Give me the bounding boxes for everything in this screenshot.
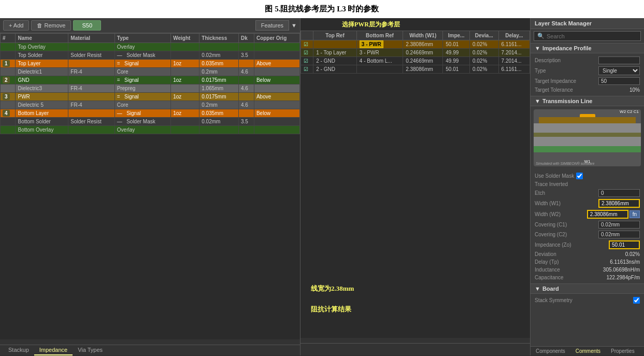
width-w1-input[interactable]: [598, 199, 640, 208]
layer-stack-manager-title: Layer Stack Manager: [531, 18, 644, 29]
target-tolerance-row: Target Tolerance 10%: [535, 86, 640, 94]
covering-c2-input[interactable]: [598, 231, 640, 238]
table-row[interactable]: Top Solder Solder Resist — Solder Mask 0…: [1, 51, 300, 60]
table-row[interactable]: Dielectric3 FR-4 Prepreg 1.065mm4.6: [1, 84, 300, 93]
type-select[interactable]: Single: [598, 66, 640, 75]
tab-via-types[interactable]: Via Types: [73, 345, 108, 355]
layer-name: Bottom Overlay: [16, 126, 68, 134]
add-button[interactable]: + Add: [3, 20, 29, 31]
layer-name: Dielectric1: [16, 68, 68, 76]
tl-layer-mid2: [534, 133, 641, 137]
impedance-zo-input[interactable]: [609, 240, 640, 249]
bottom-tabs-right: Components Comments Properties: [531, 346, 644, 355]
bottom-tabs-spacer: [300, 343, 530, 355]
table-row[interactable]: Bottom Overlay Overlay: [1, 126, 300, 134]
annotation-impedance: 阻抗计算结果: [311, 305, 351, 313]
delay-value: 6.11613ns/m: [610, 259, 640, 265]
layer-name: Top Overlay: [16, 43, 68, 51]
description-label: Description: [535, 58, 561, 63]
table-row[interactable]: Dielectric1 FR-4 Core 0.2mm4.6: [1, 68, 300, 76]
tl-section-title: Transmission Line: [542, 98, 593, 104]
annotation-pwr: 选择PWR层为参考层: [342, 21, 400, 28]
layer-name: Bottom Solder: [16, 118, 68, 126]
covering-c2-label: Covering (C2): [535, 232, 567, 237]
col-material: Material: [68, 34, 115, 43]
use-solder-mask-checkbox[interactable]: [576, 173, 583, 179]
tab-stackup[interactable]: Stackup: [3, 345, 34, 355]
stack-symmetry-row: Stack Symmetry: [535, 296, 640, 305]
target-impedance-input[interactable]: [598, 77, 640, 85]
imp-col-botref: Bottom Ref: [356, 31, 403, 40]
pwr-ref-highlight: 3 - PWR: [360, 40, 383, 48]
type-label: Type: [535, 68, 546, 74]
features-dropdown-icon[interactable]: ▼: [291, 22, 297, 29]
collapse-icon-tl: ▼: [535, 98, 540, 104]
capacitance-label: Capacitance: [535, 275, 564, 280]
col-thickness: Thickness: [199, 34, 239, 43]
table-row[interactable]: 2 GND = Signal 1oz0.0175mmBelow: [1, 76, 300, 84]
impedance-zo-label: Impedance (Zo): [535, 242, 571, 248]
layer-stack-table: # Name Material Type Weight Thickness Dk…: [0, 33, 300, 134]
tab-components[interactable]: Components: [531, 347, 570, 355]
table-row[interactable]: Dielectric 5 FR-4 Core 0.2mm4.6: [1, 101, 300, 109]
section-title: Impedance Profile: [542, 45, 592, 51]
layer-name-bottom: Bottom Layer: [16, 109, 68, 118]
description-row: Description: [535, 55, 640, 65]
tl-labels: W2 C2 C1: [620, 109, 639, 114]
impedance-row-3[interactable]: ☑ 2 - GND 4 - Bottom L... 0.24669mm 49.9…: [301, 57, 530, 65]
stack-symmetry-checkbox[interactable]: [633, 297, 640, 304]
impedance-h-scrollbar[interactable]: [300, 338, 530, 343]
impedance-profile-content: Description Type Single Target Impedance…: [531, 53, 644, 96]
layer-name: Top Solder: [16, 51, 68, 60]
tab-impedance[interactable]: Impedance: [34, 345, 73, 355]
search-box[interactable]: 🔍: [534, 31, 641, 41]
table-row[interactable]: 3 PWR = Signal 1oz0.0175mmAbove: [1, 93, 300, 101]
covering-c1-input[interactable]: [598, 221, 640, 229]
tl-layer-bot: [534, 146, 641, 152]
capacitance-value: 122.2984pF/m: [607, 275, 640, 280]
imp-col-check: [301, 31, 313, 40]
search-input[interactable]: [547, 33, 637, 39]
board-content: Stack Symmetry: [531, 294, 644, 307]
table-row[interactable]: Top Overlay Overlay: [1, 43, 300, 51]
use-solder-mask-label: Use Solder Mask: [535, 173, 574, 179]
fn-button[interactable]: fn: [629, 210, 640, 218]
imp-col-width: Width (W1): [403, 31, 443, 40]
tl-layer-mid1: [534, 123, 641, 133]
tl-layer-mid3: [534, 137, 641, 146]
layer-name: GND: [16, 76, 68, 84]
col-weight: Weight: [171, 34, 199, 43]
target-tolerance-label: Target Tolerance: [535, 87, 573, 93]
s50-button[interactable]: S50: [73, 20, 101, 31]
table-row[interactable]: 1 Top Layer = Signal 1oz0.035mmAbove: [1, 60, 300, 68]
inductance-value: 305.06698nH/m: [603, 267, 640, 273]
impedance-row-2[interactable]: ☑ 1 - Top Layer 3 - PWR 0.24669mm 49.99 …: [301, 49, 530, 57]
impedance-profile-section-header[interactable]: ▼ Impedance Profile: [531, 43, 644, 53]
tab-comments[interactable]: Comments: [570, 347, 606, 355]
features-button[interactable]: Features: [255, 20, 289, 31]
etch-label: Etch: [535, 190, 545, 196]
etch-input[interactable]: [598, 189, 640, 197]
description-input[interactable]: [598, 56, 640, 64]
layer-stack-table-container: # Name Material Type Weight Thickness Dk…: [0, 33, 300, 339]
width-w1-row: Width (W1): [535, 198, 640, 209]
remove-button[interactable]: 🗑 Remove: [31, 20, 71, 31]
right-panel: Layer Stack Manager 🔍 ▼ Impedance Profil…: [530, 18, 644, 355]
capacitance-row: Capacitance 122.2984pF/m: [535, 274, 640, 281]
table-row[interactable]: 4 Bottom Layer — Signal 1oz0.035mmBelow: [1, 109, 300, 118]
impedance-row-4[interactable]: ☑ 2 - GND 2.38086mm 50.01 0.02% 6.1161..…: [301, 65, 530, 74]
tab-properties[interactable]: Properties: [606, 347, 640, 355]
transmission-line-section-header[interactable]: ▼ Transmission Line: [531, 96, 644, 106]
type-row: Type Single: [535, 65, 640, 76]
target-impedance-label: Target Impedance: [535, 78, 576, 84]
annotation-width: 线宽为2.38mm: [311, 284, 354, 292]
impedance-row-1[interactable]: ☑ 3 - PWR 2.38086mm 50.01 0.02% 6.1161..…: [301, 40, 530, 49]
board-section-header[interactable]: ▼ Board: [531, 283, 644, 294]
col-type: Type: [115, 34, 170, 43]
impedance-zo-row: Impedance (Zo): [535, 239, 640, 250]
collapse-icon-board: ▼: [535, 286, 540, 292]
table-row[interactable]: Bottom Solder Solder Resist — Solder Mas…: [1, 118, 300, 126]
width-w2-input[interactable]: [587, 210, 628, 219]
inductance-label: Inductance: [535, 267, 560, 273]
horizontal-scrollbar[interactable]: [0, 339, 300, 345]
